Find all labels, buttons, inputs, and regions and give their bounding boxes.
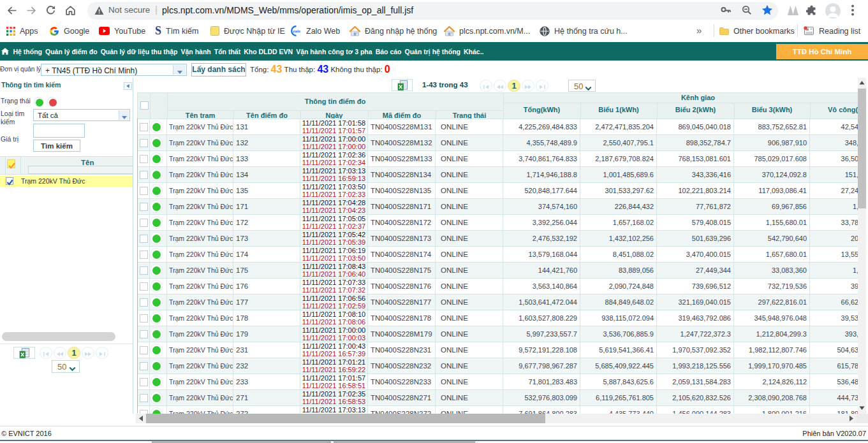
svg-text:zalo: zalo xyxy=(292,29,300,33)
